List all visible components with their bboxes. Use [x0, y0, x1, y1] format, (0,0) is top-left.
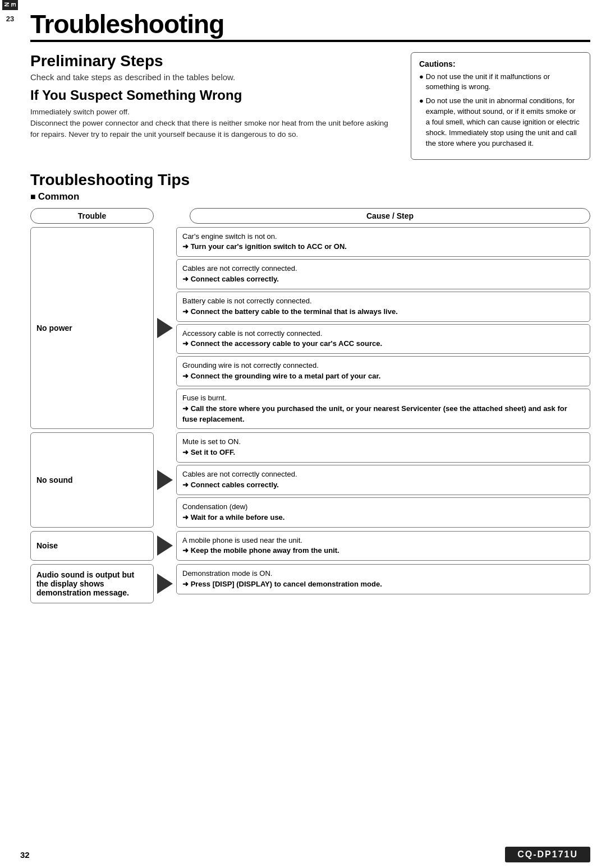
- common-label: Common: [38, 191, 80, 202]
- cause-normal-noise-0: A mobile phone is used near the unit.: [182, 536, 302, 544]
- trouble-cell-noise: Noise: [30, 531, 154, 561]
- cautions-bullet-1: ●: [419, 72, 424, 93]
- arrow-icon-no-sound: [157, 470, 173, 490]
- cause-cell-demo-0: Demonstration mode is ON. ➜ Press [DISP]…: [176, 564, 590, 594]
- cause-cell-noise-0: A mobile phone is used near the unit. ➜ …: [176, 531, 590, 561]
- arrow-cell-no-sound: [154, 432, 176, 527]
- footer-page-number: 32: [20, 850, 30, 860]
- cause-step-demo-0: ➜ Press [DISP] (DISPLAY) to cancel demon…: [182, 580, 382, 588]
- title-underline: [30, 40, 590, 42]
- prelim-title: Preliminary Steps: [30, 52, 397, 70]
- cause-cell-no-power-3: Accessory cable is not correctly connect…: [176, 324, 590, 354]
- cause-normal-no-sound-0: Mute is set to ON.: [182, 437, 241, 446]
- cause-normal-no-power-0: Car's engine switch is not on.: [182, 232, 277, 241]
- cause-step-no-power-2: ➜ Connect the battery cable to the termi…: [182, 307, 398, 316]
- table-row-demo: Audio sound is output but the display sh…: [30, 564, 590, 603]
- cause-cells-demo: Demonstration mode is ON. ➜ Press [DISP]…: [176, 564, 590, 603]
- common-section-title: Common: [30, 191, 590, 202]
- suspect-title: If You Suspect Something Wrong: [30, 87, 397, 103]
- col-header-trouble: Trouble: [30, 208, 154, 224]
- cause-step-no-power-3: ➜ Connect the accessory cable to your ca…: [182, 339, 382, 348]
- table-row-no-sound: No sound Mute is set to ON. ➜ Set it to …: [30, 432, 590, 527]
- cautions-item-1: ● Do not use the unit if it malfunctions…: [419, 72, 582, 93]
- cause-cell-no-sound-0: Mute is set to ON. ➜ Set it to OFF.: [176, 432, 590, 463]
- cause-cells-noise: A mobile phone is used near the unit. ➜ …: [176, 531, 590, 561]
- cause-normal-no-power-4: Grounding wire is not correctly connecte…: [182, 361, 319, 370]
- table-body: No power Car's engine switch is not on. …: [30, 227, 590, 607]
- cause-normal-no-power-1: Cables are not correctly connected.: [182, 264, 297, 273]
- cautions-title: Cautions:: [419, 59, 582, 68]
- cautions-item-2: ● Do not use the unit in abnormal condit…: [419, 96, 582, 149]
- trouble-cell-no-sound: No sound: [30, 432, 154, 527]
- cause-normal-no-power-3: Accessory cable is not correctly connect…: [182, 329, 322, 338]
- trouble-label-no-sound: No sound: [36, 475, 73, 484]
- arrow-cell-demo: [154, 564, 176, 603]
- cautions-box: Cautions: ● Do not use the unit if it ma…: [411, 52, 590, 160]
- cause-step-no-power-5: ➜ Call the store where you purchased the…: [182, 404, 567, 423]
- cause-cell-no-power-0: Car's engine switch is not on. ➜ Turn yo…: [176, 227, 590, 257]
- page-footer: 32 CQ-DP171U: [0, 841, 606, 868]
- cause-step-no-power-0: ➜ Turn your car's ignition switch to ACC…: [182, 242, 347, 251]
- sidebar: ENGLISH 23: [0, 0, 20, 830]
- table-row-noise: Noise A mobile phone is used near the un…: [30, 531, 590, 561]
- cautions-bullet-2: ●: [419, 96, 424, 149]
- cause-normal-no-power-5: Fuse is burnt.: [182, 394, 227, 402]
- cause-step-no-sound-1: ➜ Connect cables correctly.: [182, 481, 279, 489]
- cause-cell-no-power-4: Grounding wire is not correctly connecte…: [176, 356, 590, 386]
- suspect-text: Immediately switch power off. Disconnect…: [30, 107, 397, 141]
- arrow-cell-no-power: [154, 227, 176, 430]
- prelim-left: Preliminary Steps Check and take steps a…: [30, 52, 397, 141]
- cause-normal-no-sound-1: Cables are not correctly connected.: [182, 470, 297, 478]
- cause-step-noise-0: ➜ Keep the mobile phone away from the un…: [182, 546, 339, 555]
- cause-cell-no-sound-1: Cables are not correctly connected. ➜ Co…: [176, 465, 590, 495]
- suspect-line-2: Disconnect the power connector and check…: [30, 119, 388, 138]
- arrow-icon-noise: [157, 535, 173, 556]
- cause-cells-no-sound: Mute is set to ON. ➜ Set it to OFF. Cabl…: [176, 432, 590, 527]
- prelim-subtitle: Check and take steps as described in the…: [30, 72, 397, 82]
- arrow-cell-noise: [154, 531, 176, 561]
- arrow-spacer: [160, 208, 183, 224]
- tips-title: Troubleshooting Tips: [30, 171, 590, 189]
- cause-step-no-power-4: ➜ Connect the grounding wire to a metal …: [182, 372, 380, 380]
- cause-normal-no-sound-2: Condensation (dew): [182, 502, 247, 511]
- cause-cell-no-sound-2: Condensation (dew) ➜ Wait for a while be…: [176, 497, 590, 528]
- arrow-icon-no-power: [157, 318, 173, 338]
- cause-cell-no-power-1: Cables are not correctly connected. ➜ Co…: [176, 259, 590, 289]
- suspect-line-1: Immediately switch power off.: [30, 108, 130, 116]
- trouble-cell-demo: Audio sound is output but the display sh…: [30, 564, 154, 603]
- arrow-icon-demo: [157, 574, 173, 594]
- table-header: Trouble Cause / Step: [30, 208, 590, 224]
- cause-normal-demo-0: Demonstration mode is ON.: [182, 569, 272, 578]
- table-row-no-power: No power Car's engine switch is not on. …: [30, 227, 590, 430]
- page-title: Troubleshooting: [30, 10, 590, 39]
- trouble-label-demo: Audio sound is output but the display sh…: [36, 570, 148, 597]
- cause-normal-no-power-2: Battery cable is not correctly connected…: [182, 297, 312, 305]
- cause-step-no-sound-2: ➜ Wait for a while before use.: [182, 513, 284, 521]
- sidebar-lang: ENGLISH: [2, 0, 18, 10]
- cause-cell-no-power-5: Fuse is burnt. ➜ Call the store where yo…: [176, 389, 590, 430]
- trouble-cell-no-power: No power: [30, 227, 154, 430]
- cause-step-no-power-1: ➜ Connect cables correctly.: [182, 275, 279, 283]
- cautions-text-1: Do not use the unit if it malfunctions o…: [426, 72, 582, 93]
- main-content: Troubleshooting Preliminary Steps Check …: [20, 0, 606, 622]
- footer-model: CQ-DP171U: [505, 847, 590, 862]
- prelim-section: Preliminary Steps Check and take steps a…: [30, 52, 590, 160]
- cautions-text-2: Do not use the unit in abnormal conditio…: [426, 96, 582, 149]
- cause-step-no-sound-0: ➜ Set it to OFF.: [182, 448, 235, 456]
- col-header-cause: Cause / Step: [190, 208, 590, 224]
- trouble-label-noise: Noise: [36, 541, 58, 550]
- cause-cell-no-power-2: Battery cable is not correctly connected…: [176, 292, 590, 322]
- cause-cells-no-power: Car's engine switch is not on. ➜ Turn yo…: [176, 227, 590, 430]
- sidebar-number: 23: [6, 15, 14, 23]
- trouble-label-no-power: No power: [36, 324, 72, 333]
